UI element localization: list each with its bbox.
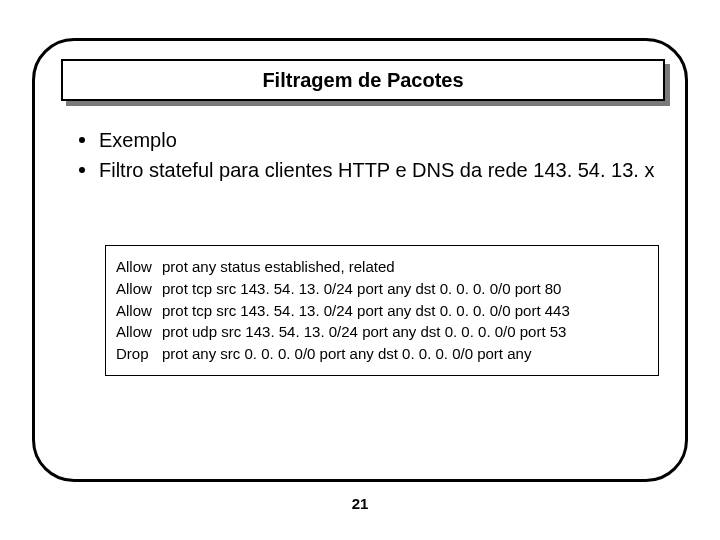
rule-action: Allow xyxy=(116,278,162,300)
rule-line: Allowprot any status established, relate… xyxy=(116,256,648,278)
bullet-list: Exemplo Filtro stateful para clientes HT… xyxy=(79,127,659,187)
rules-box: Allowprot any status established, relate… xyxy=(105,245,659,376)
slide-frame: Filtragem de Pacotes Exemplo Filtro stat… xyxy=(32,38,688,482)
rule-line: Allowprot tcp src 143. 54. 13. 0/24 port… xyxy=(116,300,648,322)
bullet-text: Exemplo xyxy=(99,127,177,153)
bullet-dot-icon xyxy=(79,167,85,173)
rule-action: Drop xyxy=(116,343,162,365)
rule-body: prot tcp src 143. 54. 13. 0/24 port any … xyxy=(162,302,570,319)
page-number: 21 xyxy=(0,495,720,512)
title-box: Filtragem de Pacotes xyxy=(61,59,665,101)
rule-line: Allowprot udp src 143. 54. 13. 0/24 port… xyxy=(116,321,648,343)
slide-title: Filtragem de Pacotes xyxy=(262,69,463,92)
rule-body: prot any src 0. 0. 0. 0/0 port any dst 0… xyxy=(162,345,531,362)
rule-body: prot tcp src 143. 54. 13. 0/24 port any … xyxy=(162,280,561,297)
bullet-item: Filtro stateful para clientes HTTP e DNS… xyxy=(79,157,659,183)
rule-action: Allow xyxy=(116,256,162,278)
title-container: Filtragem de Pacotes xyxy=(61,59,665,101)
rule-action: Allow xyxy=(116,321,162,343)
rule-action: Allow xyxy=(116,300,162,322)
bullet-text: Filtro stateful para clientes HTTP e DNS… xyxy=(99,157,654,183)
rule-line: Dropprot any src 0. 0. 0. 0/0 port any d… xyxy=(116,343,648,365)
rule-body: prot udp src 143. 54. 13. 0/24 port any … xyxy=(162,323,566,340)
bullet-item: Exemplo xyxy=(79,127,659,153)
rule-body: prot any status established, related xyxy=(162,258,395,275)
bullet-dot-icon xyxy=(79,137,85,143)
rule-line: Allowprot tcp src 143. 54. 13. 0/24 port… xyxy=(116,278,648,300)
